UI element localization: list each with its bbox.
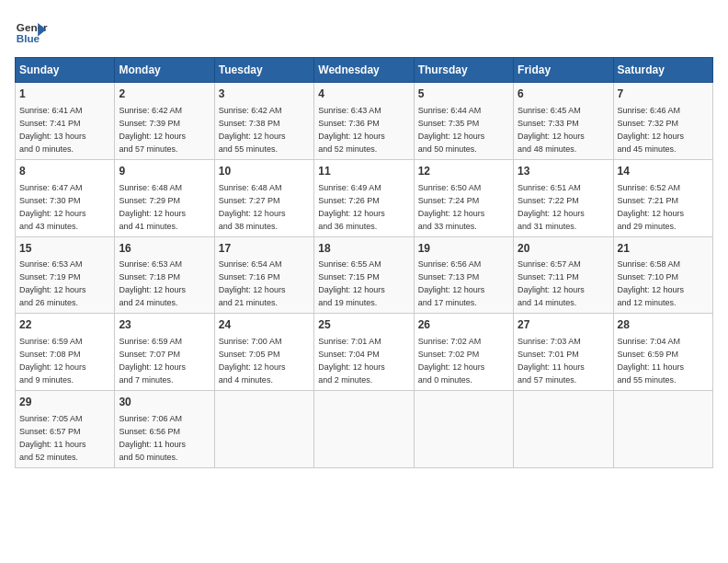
day-number: 15 [19, 241, 110, 257]
day-number: 25 [318, 317, 409, 333]
day-number: 16 [119, 241, 210, 257]
day-number: 6 [518, 86, 609, 102]
day-info: Sunrise: 6:48 AM Sunset: 7:27 PM Dayligh… [219, 183, 286, 231]
day-number: 2 [119, 86, 210, 102]
day-number: 1 [19, 86, 110, 102]
day-info: Sunrise: 6:44 AM Sunset: 7:35 PM Dayligh… [418, 106, 485, 154]
calendar-cell: 8Sunrise: 6:47 AM Sunset: 7:30 PM Daylig… [16, 159, 115, 236]
day-number: 19 [418, 241, 509, 257]
calendar-cell: 9Sunrise: 6:48 AM Sunset: 7:29 PM Daylig… [115, 159, 214, 236]
day-info: Sunrise: 6:45 AM Sunset: 7:33 PM Dayligh… [518, 106, 585, 154]
day-number: 22 [19, 317, 110, 333]
calendar-cell: 18Sunrise: 6:55 AM Sunset: 7:15 PM Dayli… [314, 236, 414, 314]
day-info: Sunrise: 6:51 AM Sunset: 7:22 PM Dayligh… [518, 183, 585, 231]
day-number: 3 [219, 86, 310, 102]
day-info: Sunrise: 6:41 AM Sunset: 7:41 PM Dayligh… [19, 106, 86, 154]
day-number: 8 [19, 164, 110, 179]
day-info: Sunrise: 6:43 AM Sunset: 7:36 PM Dayligh… [318, 106, 385, 154]
calendar-cell: 28Sunrise: 7:04 AM Sunset: 6:59 PM Dayli… [613, 314, 712, 391]
day-number: 30 [119, 395, 210, 410]
calendar-cell: 4Sunrise: 6:43 AM Sunset: 7:36 PM Daylig… [314, 83, 414, 160]
day-info: Sunrise: 6:52 AM Sunset: 7:21 PM Dayligh… [618, 183, 685, 231]
day-info: Sunrise: 6:46 AM Sunset: 7:32 PM Dayligh… [618, 106, 685, 154]
calendar-cell: 23Sunrise: 6:59 AM Sunset: 7:07 PM Dayli… [115, 314, 214, 391]
calendar-cell: 27Sunrise: 7:03 AM Sunset: 7:01 PM Dayli… [514, 314, 613, 391]
calendar-cell: 26Sunrise: 7:02 AM Sunset: 7:02 PM Dayli… [414, 314, 513, 391]
day-info: Sunrise: 6:55 AM Sunset: 7:15 PM Dayligh… [318, 259, 385, 307]
calendar-cell: 29Sunrise: 7:05 AM Sunset: 6:57 PM Dayli… [16, 391, 115, 468]
day-number: 18 [318, 241, 409, 257]
day-number: 23 [119, 317, 210, 333]
day-number: 7 [618, 86, 709, 102]
calendar-cell: 1Sunrise: 6:41 AM Sunset: 7:41 PM Daylig… [16, 83, 115, 160]
calendar-cell: 24Sunrise: 7:00 AM Sunset: 7:05 PM Dayli… [214, 314, 313, 391]
day-number: 28 [618, 317, 709, 333]
day-info: Sunrise: 6:47 AM Sunset: 7:30 PM Dayligh… [19, 183, 86, 231]
calendar-cell: 16Sunrise: 6:53 AM Sunset: 7:18 PM Dayli… [115, 236, 214, 314]
day-info: Sunrise: 6:53 AM Sunset: 7:18 PM Dayligh… [119, 259, 186, 307]
calendar-cell: 17Sunrise: 6:54 AM Sunset: 7:16 PM Dayli… [214, 236, 313, 314]
day-info: Sunrise: 7:01 AM Sunset: 7:04 PM Dayligh… [318, 337, 385, 385]
day-number: 21 [618, 241, 709, 257]
calendar-cell: 12Sunrise: 6:50 AM Sunset: 7:24 PM Dayli… [414, 159, 513, 236]
day-header-tuesday: Tuesday [214, 58, 313, 83]
day-info: Sunrise: 7:06 AM Sunset: 6:56 PM Dayligh… [119, 414, 186, 462]
day-number: 20 [518, 241, 609, 257]
day-number: 9 [119, 164, 210, 179]
header: General Blue [15, 15, 713, 48]
day-number: 14 [618, 164, 709, 179]
calendar-cell [514, 391, 613, 468]
day-info: Sunrise: 6:57 AM Sunset: 7:11 PM Dayligh… [518, 259, 585, 307]
calendar-cell: 25Sunrise: 7:01 AM Sunset: 7:04 PM Dayli… [314, 314, 414, 391]
day-number: 10 [219, 164, 310, 179]
day-info: Sunrise: 6:56 AM Sunset: 7:13 PM Dayligh… [418, 259, 485, 307]
calendar-cell [214, 391, 313, 468]
day-header-saturday: Saturday [613, 58, 712, 83]
day-info: Sunrise: 7:02 AM Sunset: 7:02 PM Dayligh… [418, 337, 485, 385]
calendar-cell: 10Sunrise: 6:48 AM Sunset: 7:27 PM Dayli… [214, 159, 313, 236]
calendar-cell: 6Sunrise: 6:45 AM Sunset: 7:33 PM Daylig… [514, 83, 613, 160]
day-info: Sunrise: 6:50 AM Sunset: 7:24 PM Dayligh… [418, 183, 485, 231]
day-info: Sunrise: 6:48 AM Sunset: 7:29 PM Dayligh… [119, 183, 186, 231]
calendar-cell: 22Sunrise: 6:59 AM Sunset: 7:08 PM Dayli… [16, 314, 115, 391]
logo: General Blue [15, 15, 48, 48]
day-number: 12 [418, 164, 509, 179]
calendar-cell: 19Sunrise: 6:56 AM Sunset: 7:13 PM Dayli… [414, 236, 513, 314]
calendar-cell: 21Sunrise: 6:58 AM Sunset: 7:10 PM Dayli… [613, 236, 712, 314]
day-number: 4 [318, 86, 409, 102]
calendar-cell: 30Sunrise: 7:06 AM Sunset: 6:56 PM Dayli… [115, 391, 214, 468]
day-header-wednesday: Wednesday [314, 58, 414, 83]
day-info: Sunrise: 6:53 AM Sunset: 7:19 PM Dayligh… [19, 259, 86, 307]
day-info: Sunrise: 6:58 AM Sunset: 7:10 PM Dayligh… [618, 259, 685, 307]
calendar-cell: 15Sunrise: 6:53 AM Sunset: 7:19 PM Dayli… [16, 236, 115, 314]
day-info: Sunrise: 7:03 AM Sunset: 7:01 PM Dayligh… [518, 337, 585, 385]
calendar-cell: 5Sunrise: 6:44 AM Sunset: 7:35 PM Daylig… [414, 83, 513, 160]
day-info: Sunrise: 7:05 AM Sunset: 6:57 PM Dayligh… [19, 414, 86, 462]
day-number: 11 [318, 164, 409, 179]
day-header-sunday: Sunday [16, 58, 115, 83]
calendar-cell: 20Sunrise: 6:57 AM Sunset: 7:11 PM Dayli… [514, 236, 613, 314]
calendar-cell [414, 391, 513, 468]
day-number: 13 [518, 164, 609, 179]
day-number: 5 [418, 86, 509, 102]
day-number: 24 [219, 317, 310, 333]
day-info: Sunrise: 6:49 AM Sunset: 7:26 PM Dayligh… [318, 183, 385, 231]
day-info: Sunrise: 6:59 AM Sunset: 7:07 PM Dayligh… [119, 337, 186, 385]
svg-text:Blue: Blue [17, 32, 40, 44]
day-number: 26 [418, 317, 509, 333]
calendar-cell: 13Sunrise: 6:51 AM Sunset: 7:22 PM Dayli… [514, 159, 613, 236]
calendar-cell [613, 391, 712, 468]
day-info: Sunrise: 6:54 AM Sunset: 7:16 PM Dayligh… [219, 259, 286, 307]
day-number: 17 [219, 241, 310, 257]
day-header-thursday: Thursday [414, 58, 513, 83]
day-info: Sunrise: 7:00 AM Sunset: 7:05 PM Dayligh… [219, 337, 286, 385]
day-info: Sunrise: 6:42 AM Sunset: 7:38 PM Dayligh… [219, 106, 286, 154]
calendar-cell: 2Sunrise: 6:42 AM Sunset: 7:39 PM Daylig… [115, 83, 214, 160]
day-number: 27 [518, 317, 609, 333]
day-info: Sunrise: 6:42 AM Sunset: 7:39 PM Dayligh… [119, 106, 186, 154]
calendar-cell: 11Sunrise: 6:49 AM Sunset: 7:26 PM Dayli… [314, 159, 414, 236]
day-header-friday: Friday [514, 58, 613, 83]
calendar-cell: 7Sunrise: 6:46 AM Sunset: 7:32 PM Daylig… [613, 83, 712, 160]
day-info: Sunrise: 6:59 AM Sunset: 7:08 PM Dayligh… [19, 337, 86, 385]
calendar-table: SundayMondayTuesdayWednesdayThursdayFrid… [15, 57, 713, 468]
